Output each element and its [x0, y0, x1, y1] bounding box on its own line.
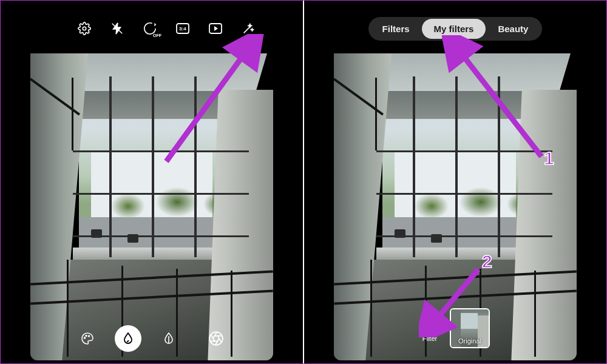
annotation-arrow-left	[155, 34, 265, 167]
svg-point-0	[83, 27, 86, 30]
settings-icon[interactable]	[76, 21, 92, 36]
annotation-number-1: 1	[544, 148, 554, 169]
svg-line-6	[244, 27, 249, 33]
svg-point-8	[86, 335, 87, 337]
phone-right: Filters My filters Beauty	[334, 4, 577, 360]
svg-line-19	[166, 42, 253, 161]
aperture-icon[interactable]	[207, 329, 225, 348]
phone-left: OFF 3:4	[30, 4, 273, 360]
svg-point-7	[84, 337, 86, 339]
svg-point-9	[89, 335, 90, 337]
annotation-arrow-2	[419, 265, 486, 337]
flash-off-icon[interactable]	[109, 21, 125, 36]
svg-line-23	[427, 269, 478, 330]
annotation-arrow-1	[442, 35, 551, 163]
effects-bottombar	[30, 317, 273, 360]
left-pane: OFF 3:4	[0, 0, 304, 364]
filter-drop-icon[interactable]	[115, 325, 141, 352]
svg-marker-5	[214, 26, 218, 31]
pane-divider	[303, 0, 304, 364]
leaf-icon[interactable]	[160, 329, 178, 348]
right-pane: Filters My filters Beauty	[304, 0, 607, 364]
ratio-label: 3:4	[179, 26, 186, 32]
tab-filters[interactable]: Filters	[370, 19, 422, 39]
svg-line-21	[453, 42, 541, 157]
annotation-number-2: 2	[482, 251, 492, 272]
filter-thumb-label: Original	[458, 337, 481, 345]
palette-icon[interactable]	[78, 329, 97, 348]
